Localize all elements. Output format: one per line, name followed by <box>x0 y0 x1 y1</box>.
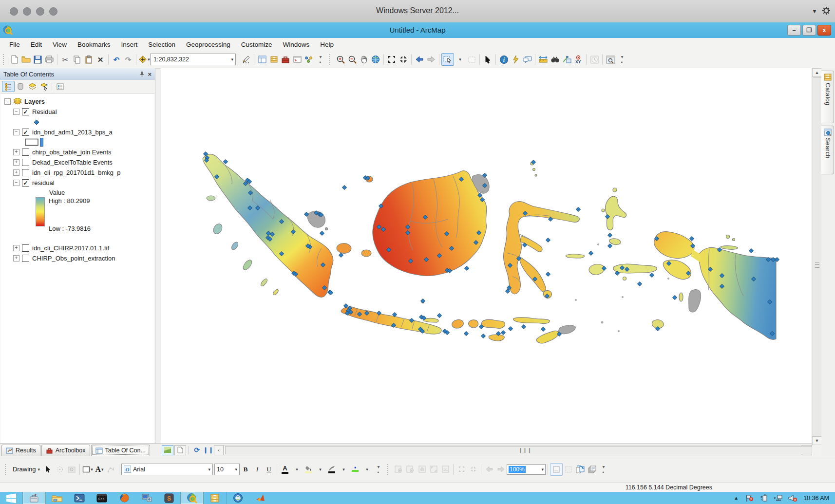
residual-point[interactable] <box>320 231 324 236</box>
measure-button[interactable] <box>537 54 549 65</box>
go-to-xy-button[interactable]: XY <box>572 54 584 65</box>
residual-point[interactable] <box>576 207 581 212</box>
vscroll-down-arrow[interactable]: ▼ <box>812 436 822 445</box>
layout-zoom-in-button[interactable] <box>393 464 404 475</box>
layer-label[interactable]: Dekad_ExcelToTable Events <box>32 159 113 166</box>
layer-label[interactable]: residual <box>32 179 55 187</box>
network-icon[interactable] <box>774 494 782 502</box>
residual-point[interactable] <box>546 238 550 243</box>
fill-color-button[interactable] <box>303 464 314 475</box>
layer-label[interactable]: CHIRP_Obs_point_extraction <box>32 255 115 262</box>
new-document-button[interactable] <box>8 54 20 65</box>
residual-point[interactable] <box>342 186 347 190</box>
model-builder-button[interactable] <box>303 54 315 65</box>
menu-selection[interactable]: Selection <box>143 39 181 50</box>
fill-color-dropdown[interactable]: ▾ <box>314 464 326 475</box>
vscroll-up-arrow[interactable]: ▲ <box>812 68 822 77</box>
hscroll-left-arrow[interactable]: ‹ <box>214 445 224 455</box>
minimize-button[interactable]: – <box>787 25 801 36</box>
paste-button[interactable] <box>83 54 95 65</box>
layer-row[interactable]: −✓Residual <box>0 107 154 117</box>
gear-icon[interactable] <box>821 6 831 16</box>
layout-full-page-button[interactable] <box>428 464 439 475</box>
layer-row[interactable]: +chirp_obs_table_join Events <box>0 147 154 157</box>
layout-fixed-zoom-in-button[interactable] <box>455 464 467 475</box>
collapse-icon[interactable]: − <box>13 109 19 115</box>
layer-visibility-checkbox[interactable] <box>22 159 29 166</box>
delete-button[interactable]: ✕ <box>95 54 106 65</box>
residual-point[interactable] <box>465 266 469 271</box>
menu-edit[interactable]: Edit <box>25 39 47 50</box>
data-driven-pages-button[interactable] <box>586 464 598 475</box>
taskbar-arcglobe[interactable] <box>227 492 249 504</box>
go-forward-extent-button[interactable] <box>425 54 437 65</box>
residual-point[interactable] <box>608 244 612 248</box>
layer-row[interactable]: +idn_cli_rpg_201701d1_bmkg_p <box>0 168 154 178</box>
table-of-contents-button[interactable] <box>256 54 268 65</box>
vscroll-thumb[interactable] <box>813 77 822 436</box>
editor-toolbar-button[interactable] <box>240 54 252 65</box>
collapse-icon[interactable]: − <box>13 180 19 186</box>
taskbar-firefox[interactable] <box>113 492 135 504</box>
menu-bookmarks[interactable]: Bookmarks <box>72 39 116 50</box>
menu-windows[interactable]: Windows <box>278 39 315 50</box>
menu-file[interactable]: File <box>4 39 25 50</box>
expand-icon[interactable]: + <box>13 245 19 251</box>
list-by-drawing-order-button[interactable] <box>2 81 15 92</box>
collapse-icon[interactable]: − <box>4 98 11 105</box>
residual-point[interactable] <box>638 282 642 286</box>
layer-label[interactable]: idn_cli_CHIRP.2017.01.1.tif <box>32 244 109 252</box>
go-back-extent-button[interactable] <box>414 54 425 65</box>
close-button[interactable]: x <box>817 25 831 36</box>
layer-visibility-checkbox[interactable] <box>22 255 29 262</box>
change-layout-button[interactable] <box>574 464 586 475</box>
clear-selection-button[interactable] <box>466 54 477 65</box>
fixed-zoom-out-button[interactable] <box>398 54 409 65</box>
layer-visibility-checkbox[interactable] <box>22 244 29 252</box>
catalog-window-button[interactable] <box>268 54 280 65</box>
residual-point[interactable] <box>608 233 612 238</box>
cut-button[interactable]: ✂ <box>59 54 71 65</box>
zoom-in-button[interactable] <box>335 54 346 65</box>
layout-overflow[interactable]: ▾▪ <box>598 464 609 475</box>
fixed-zoom-in-button[interactable] <box>386 54 398 65</box>
layout-view-button[interactable] <box>174 445 186 455</box>
tray-show-hidden-icons[interactable]: ▲ <box>734 495 739 501</box>
toggle-draft-mode-button[interactable] <box>550 463 563 476</box>
marker-color-button[interactable]: • <box>349 464 361 475</box>
layer-visibility-checkbox[interactable]: ✓ <box>22 179 29 187</box>
layout-go-back-button[interactable] <box>483 464 495 475</box>
zoom-out-button[interactable] <box>346 54 358 65</box>
list-by-selection-button[interactable] <box>38 81 50 92</box>
taskbar-matlab[interactable] <box>249 492 271 504</box>
layers-root-label[interactable]: Layers <box>24 98 45 105</box>
add-data-button[interactable]: ▾ <box>138 54 150 65</box>
italic-button[interactable]: I <box>251 464 263 475</box>
residual-point[interactable] <box>546 272 550 277</box>
power-icon[interactable] <box>759 494 768 502</box>
undo-button[interactable]: ↶ <box>111 54 122 65</box>
layout-zoom-percent-combo[interactable]: 100%▾ <box>507 464 546 475</box>
residual-point[interactable] <box>749 249 754 253</box>
expand-icon[interactable]: + <box>13 255 19 261</box>
select-features-dropdown[interactable]: ▾ <box>454 54 466 65</box>
taskbar-clock[interactable]: 10:36 AM <box>803 495 829 502</box>
font-color-dropdown[interactable]: ▾ <box>291 464 303 475</box>
menu-view[interactable]: View <box>47 39 72 50</box>
taskbar-arcmap[interactable] <box>181 492 203 504</box>
layer-label[interactable]: idn_bnd_adm1_2013_bps_a <box>32 129 113 136</box>
bold-button[interactable]: B <box>240 464 251 475</box>
zoom-to-selected-button[interactable] <box>66 464 77 475</box>
residual-point[interactable] <box>464 332 469 336</box>
map-vertical-scrollbar[interactable]: ▲ ▼ <box>812 68 822 456</box>
new-text-button[interactable]: A▾ <box>94 464 105 475</box>
layer-row[interactable]: +CHIRP_Obs_point_extraction <box>0 253 154 263</box>
list-by-visibility-button[interactable] <box>26 81 38 92</box>
python-window-button[interactable] <box>291 54 303 65</box>
list-by-source-button[interactable] <box>15 81 26 92</box>
select-features-button[interactable] <box>441 53 454 66</box>
underline-button[interactable]: U <box>263 464 275 475</box>
layer-label[interactable]: chirp_obs_table_join Events <box>32 149 112 156</box>
residual-point[interactable] <box>522 325 526 329</box>
residual-point[interactable] <box>437 314 442 318</box>
